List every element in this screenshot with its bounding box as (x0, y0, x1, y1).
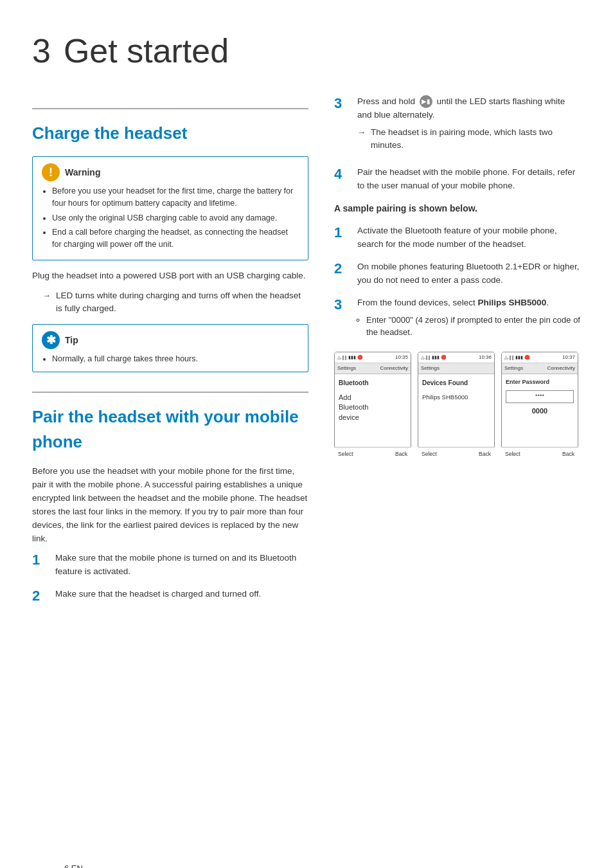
phone-2-content: Philips SHB5000 (422, 393, 490, 402)
warning-header: ! Warning (42, 163, 299, 181)
phone-3-time: 10:37 (562, 354, 575, 361)
step3-arrow: → The headset is in pairing mode, which … (357, 126, 581, 152)
warning-item-1: Before you use your headset for the firs… (52, 185, 299, 210)
sample-step-3-content: From the found devices, select Philips S… (357, 296, 581, 341)
sample-step-1: 1 Activate the Bluetooth feature of your… (334, 224, 581, 251)
phone-3-navbar: Settings Connectivity (502, 363, 578, 374)
phone-2-nav-left: Settings (421, 365, 440, 372)
phone-2-bottom-right: Back (479, 450, 491, 458)
tip-label: Tip (65, 334, 78, 347)
warning-item-3: End a call before charging the headset, … (52, 226, 299, 251)
pair-step-2-text: Make sure that the headset is charged an… (55, 588, 308, 601)
page-language: EN (71, 863, 83, 869)
phone-1-content: AddBluetoothdevice (339, 393, 407, 422)
phone-2-time: 10:36 (479, 354, 492, 361)
warning-icon: ! (42, 163, 60, 181)
warning-list: Before you use your headset for the firs… (42, 185, 299, 251)
tip-item-1: Normally, a full charge takes three hour… (52, 353, 299, 365)
phone-1-nav-left: Settings (337, 365, 356, 372)
tip-box: ✱ Tip Normally, a full charge takes thre… (32, 324, 308, 372)
phone-1-time: 10:35 (395, 354, 408, 361)
sample-step-2-text: On mobile phones featuring Bluetooth 2.1… (357, 260, 581, 287)
phone-3-bottom: Select Back (501, 447, 578, 461)
right-step-3: 3 Press and hold ▶▮ until the LED starts… (334, 95, 581, 157)
warning-box: ! Warning Before you use your headset fo… (32, 156, 308, 260)
right-step-3-text: Press and hold ▶▮ until the LED starts f… (357, 95, 581, 157)
phone-2-navbar: Settings (418, 363, 494, 374)
charge-section-title: Charge the headset (32, 121, 308, 146)
phone-2-bottom: Select Back (418, 447, 495, 461)
pair-steps-list: 1 Make sure that the mobile phone is tur… (32, 552, 308, 604)
phone-3-pw-code: 0000 (506, 406, 574, 417)
pair-section-divider (32, 392, 308, 393)
pair-section-title: Pair the headset with your mobile phone (32, 404, 308, 455)
right-step-4: 4 Pair the headset with the mobile phone… (334, 166, 581, 193)
phone-2-section: Devices Found (422, 378, 490, 388)
phone-2-bottom-left: Select (422, 450, 437, 458)
charge-arrow-text: LED turns white during charging and turn… (56, 289, 308, 316)
chapter-title-text: Get started (64, 26, 229, 76)
phone-2-statusbar: △.‖‖ ▮▮▮ 🔴 10:36 (418, 352, 494, 363)
phone-1-statusbar: △.‖‖ ▮▮▮ 🔴 10:35 (335, 352, 411, 363)
right-column: 3 Press and hold ▶▮ until the LED starts… (334, 95, 581, 614)
phone-1-navbar: Settings Connectivity (335, 363, 411, 374)
phone-1-nav-right: Connectivity (380, 365, 408, 372)
phone-3-bottom-left: Select (505, 450, 520, 458)
arrow-icon-2: → (357, 126, 366, 152)
phone-3-statusbar: △.‖‖ ▮▮▮ 🔴 10:37 (502, 352, 578, 363)
pair-body1: Before you use the headset with your mob… (32, 465, 308, 546)
sample-step-3-subbullet: Enter "0000" (4 zeros) if prompted to en… (357, 314, 581, 339)
phone-screen-1: △.‖‖ ▮▮▮ 🔴 10:35 Settings Connectivity B… (334, 352, 411, 461)
phone-screen-3: △.‖‖ ▮▮▮ 🔴 10:37 Settings Connectivity E… (501, 352, 578, 461)
tip-header: ✱ Tip (42, 331, 299, 349)
phone-3-pw-field: **** (506, 390, 574, 403)
page-footer: 6 EN (64, 862, 83, 869)
sample-steps-list: 1 Activate the Bluetooth feature of your… (334, 224, 581, 341)
section-divider (32, 108, 308, 109)
sample-step-2: 2 On mobile phones featuring Bluetooth 2… (334, 260, 581, 287)
page-number: 6 (64, 863, 69, 869)
tip-icon: ✱ (42, 331, 60, 349)
left-column: Charge the headset ! Warning Before you … (32, 95, 308, 614)
phone-1-bottom-left: Select (338, 450, 353, 458)
arrow-icon: → (42, 289, 51, 316)
phone-1-section: Bluetooth (339, 378, 407, 388)
charge-body1: Plug the headset into a powered USB port… (32, 269, 308, 283)
phone-1-bottom: Select Back (334, 447, 411, 461)
sample-heading: A sample pairing is shown below. (334, 202, 581, 215)
charge-arrow-1: → LED turns white during charging and tu… (42, 289, 308, 316)
chapter-title: 3 Get started (32, 26, 581, 76)
sample-step-3-bullet: Enter "0000" (4 zeros) if prompted to en… (366, 314, 581, 339)
call-button-icon: ▶▮ (420, 95, 432, 108)
sample-step-3: 3 From the found devices, select Philips… (334, 296, 581, 341)
sample-step-1-text: Activate the Bluetooth feature of your m… (357, 224, 581, 251)
right-step-4-text: Pair the headset with the mobile phone. … (357, 166, 581, 193)
phone-3-nav-left: Settings (504, 365, 523, 372)
phone-3-nav-right: Connectivity (547, 365, 575, 372)
chapter-number: 3 (32, 26, 51, 76)
right-steps-list: 3 Press and hold ▶▮ until the LED starts… (334, 95, 581, 193)
pair-step-1-text: Make sure that the mobile phone is turne… (55, 552, 308, 579)
phone-3-enter-pw: Enter Password (506, 378, 574, 387)
phone-3-bottom-right: Back (562, 450, 574, 458)
phone-1-bottom-right: Back (395, 450, 407, 458)
pair-step-2: 2 Make sure that the headset is charged … (32, 588, 308, 604)
phone-screen-2: △.‖‖ ▮▮▮ 🔴 10:36 Settings Devices Found (418, 352, 495, 461)
warning-item-2: Use only the original USB charging cable… (52, 212, 299, 224)
warning-label: Warning (65, 166, 100, 179)
tip-list: Normally, a full charge takes three hour… (42, 353, 299, 365)
phone-screens: △.‖‖ ▮▮▮ 🔴 10:35 Settings Connectivity B… (334, 352, 581, 461)
pair-step-1: 1 Make sure that the mobile phone is tur… (32, 552, 308, 579)
